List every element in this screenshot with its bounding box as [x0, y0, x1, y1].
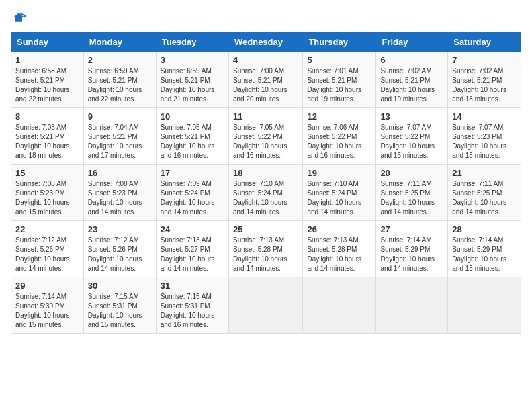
logo — [11, 11, 26, 24]
day-number: 19 — [307, 168, 371, 178]
day-number: 25 — [233, 224, 298, 234]
day-info: Sunrise: 7:08 AM Sunset: 5:23 PM Dayligh… — [15, 179, 79, 217]
calendar-header-friday: Friday — [376, 33, 448, 52]
day-info: Sunrise: 7:05 AM Sunset: 5:21 PM Dayligh… — [161, 123, 224, 161]
calendar-cell: 14Sunrise: 7:07 AM Sunset: 5:23 PM Dayli… — [448, 108, 521, 165]
calendar-cell: 26Sunrise: 7:13 AM Sunset: 5:28 PM Dayli… — [303, 221, 376, 277]
day-info: Sunrise: 7:06 AM Sunset: 5:22 PM Dayligh… — [307, 123, 371, 161]
calendar-cell: 25Sunrise: 7:13 AM Sunset: 5:28 PM Dayli… — [228, 221, 302, 277]
day-info: Sunrise: 7:13 AM Sunset: 5:27 PM Dayligh… — [161, 236, 224, 273]
calendar-cell: 2Sunrise: 6:59 AM Sunset: 5:21 PM Daylig… — [83, 52, 156, 108]
day-number: 1 — [15, 55, 79, 65]
day-number: 31 — [161, 281, 224, 291]
day-number: 20 — [380, 168, 443, 178]
day-info: Sunrise: 7:09 AM Sunset: 5:24 PM Dayligh… — [161, 179, 224, 217]
day-number: 15 — [15, 168, 79, 178]
calendar-cell: 7Sunrise: 7:02 AM Sunset: 5:21 PM Daylig… — [448, 52, 521, 108]
day-number: 6 — [380, 55, 443, 65]
calendar-week-row: 29Sunrise: 7:14 AM Sunset: 5:30 PM Dayli… — [11, 277, 521, 334]
day-number: 13 — [380, 111, 443, 122]
calendar-week-row: 1Sunrise: 6:58 AM Sunset: 5:21 PM Daylig… — [11, 52, 521, 108]
calendar-cell: 8Sunrise: 7:03 AM Sunset: 5:21 PM Daylig… — [11, 108, 84, 165]
day-number: 8 — [15, 111, 79, 122]
day-number: 24 — [161, 224, 224, 234]
day-info: Sunrise: 7:14 AM Sunset: 5:30 PM Dayligh… — [15, 292, 79, 330]
day-number: 26 — [307, 224, 371, 234]
calendar-cell: 20Sunrise: 7:11 AM Sunset: 5:25 PM Dayli… — [376, 165, 448, 221]
day-info: Sunrise: 7:02 AM Sunset: 5:21 PM Dayligh… — [380, 66, 443, 104]
day-info: Sunrise: 7:13 AM Sunset: 5:28 PM Dayligh… — [307, 236, 371, 273]
calendar-header-thursday: Thursday — [303, 33, 376, 52]
calendar-table: SundayMondayTuesdayWednesdayThursdayFrid… — [11, 32, 521, 334]
calendar-cell: 16Sunrise: 7:08 AM Sunset: 5:23 PM Dayli… — [83, 165, 156, 221]
day-info: Sunrise: 7:12 AM Sunset: 5:26 PM Dayligh… — [88, 236, 152, 273]
day-number: 30 — [88, 281, 152, 291]
calendar-cell: 24Sunrise: 7:13 AM Sunset: 5:27 PM Dayli… — [156, 221, 228, 277]
day-info: Sunrise: 7:04 AM Sunset: 5:21 PM Dayligh… — [88, 123, 152, 161]
day-info: Sunrise: 7:02 AM Sunset: 5:21 PM Dayligh… — [452, 66, 517, 104]
calendar-cell: 22Sunrise: 7:12 AM Sunset: 5:26 PM Dayli… — [11, 221, 84, 277]
calendar-cell — [303, 277, 376, 334]
day-info: Sunrise: 7:07 AM Sunset: 5:23 PM Dayligh… — [452, 123, 517, 161]
day-number: 5 — [307, 55, 371, 65]
day-number: 18 — [233, 168, 298, 178]
calendar-cell: 18Sunrise: 7:10 AM Sunset: 5:24 PM Dayli… — [228, 165, 302, 221]
calendar-cell: 19Sunrise: 7:10 AM Sunset: 5:24 PM Dayli… — [303, 165, 376, 221]
calendar-header-saturday: Saturday — [448, 33, 521, 52]
calendar-cell: 28Sunrise: 7:14 AM Sunset: 5:29 PM Dayli… — [448, 221, 521, 277]
calendar-header-row: SundayMondayTuesdayWednesdayThursdayFrid… — [11, 33, 521, 52]
day-info: Sunrise: 7:13 AM Sunset: 5:28 PM Dayligh… — [233, 236, 298, 273]
day-number: 23 — [88, 224, 152, 234]
day-number: 27 — [380, 224, 443, 234]
day-number: 17 — [161, 168, 224, 178]
logo-icon — [12, 11, 26, 24]
day-info: Sunrise: 7:07 AM Sunset: 5:22 PM Dayligh… — [380, 123, 443, 161]
day-number: 11 — [233, 111, 298, 122]
calendar-cell: 13Sunrise: 7:07 AM Sunset: 5:22 PM Dayli… — [376, 108, 448, 165]
calendar-cell: 3Sunrise: 6:59 AM Sunset: 5:21 PM Daylig… — [156, 52, 228, 108]
calendar-cell — [376, 277, 448, 334]
calendar-header-tuesday: Tuesday — [156, 33, 228, 52]
day-number: 4 — [233, 55, 298, 65]
day-number: 28 — [452, 224, 517, 234]
calendar-cell: 10Sunrise: 7:05 AM Sunset: 5:21 PM Dayli… — [156, 108, 228, 165]
header — [11, 11, 521, 24]
calendar-cell — [228, 277, 302, 334]
calendar-header-sunday: Sunday — [11, 33, 84, 52]
day-info: Sunrise: 7:14 AM Sunset: 5:29 PM Dayligh… — [380, 236, 443, 273]
day-info: Sunrise: 6:58 AM Sunset: 5:21 PM Dayligh… — [15, 66, 79, 104]
day-info: Sunrise: 7:12 AM Sunset: 5:26 PM Dayligh… — [15, 236, 79, 273]
calendar-cell: 15Sunrise: 7:08 AM Sunset: 5:23 PM Dayli… — [11, 165, 84, 221]
day-number: 29 — [15, 281, 79, 291]
day-number: 22 — [15, 224, 79, 234]
day-info: Sunrise: 7:08 AM Sunset: 5:23 PM Dayligh… — [88, 179, 152, 217]
calendar-cell: 4Sunrise: 7:00 AM Sunset: 5:21 PM Daylig… — [228, 52, 302, 108]
calendar-week-row: 22Sunrise: 7:12 AM Sunset: 5:26 PM Dayli… — [11, 221, 521, 277]
day-info: Sunrise: 6:59 AM Sunset: 5:21 PM Dayligh… — [88, 66, 152, 104]
day-info: Sunrise: 7:03 AM Sunset: 5:21 PM Dayligh… — [15, 123, 79, 161]
day-number: 16 — [88, 168, 152, 178]
calendar-cell: 6Sunrise: 7:02 AM Sunset: 5:21 PM Daylig… — [376, 52, 448, 108]
day-info: Sunrise: 7:10 AM Sunset: 5:24 PM Dayligh… — [233, 179, 298, 217]
day-number: 12 — [307, 111, 371, 122]
day-number: 7 — [452, 55, 517, 65]
calendar-cell: 27Sunrise: 7:14 AM Sunset: 5:29 PM Dayli… — [376, 221, 448, 277]
day-info: Sunrise: 7:11 AM Sunset: 5:25 PM Dayligh… — [452, 179, 517, 217]
day-number: 14 — [452, 111, 517, 122]
calendar-header-monday: Monday — [83, 33, 156, 52]
day-info: Sunrise: 7:00 AM Sunset: 5:21 PM Dayligh… — [233, 66, 298, 104]
day-number: 2 — [88, 55, 152, 65]
calendar-week-row: 15Sunrise: 7:08 AM Sunset: 5:23 PM Dayli… — [11, 165, 521, 221]
calendar-cell: 9Sunrise: 7:04 AM Sunset: 5:21 PM Daylig… — [83, 108, 156, 165]
day-number: 10 — [161, 111, 224, 122]
day-info: Sunrise: 7:05 AM Sunset: 5:22 PM Dayligh… — [233, 123, 298, 161]
calendar-cell: 21Sunrise: 7:11 AM Sunset: 5:25 PM Dayli… — [448, 165, 521, 221]
calendar-cell — [448, 277, 521, 334]
calendar-cell: 11Sunrise: 7:05 AM Sunset: 5:22 PM Dayli… — [228, 108, 302, 165]
day-number: 9 — [88, 111, 152, 122]
calendar-cell: 31Sunrise: 7:15 AM Sunset: 5:31 PM Dayli… — [156, 277, 228, 334]
calendar-cell: 12Sunrise: 7:06 AM Sunset: 5:22 PM Dayli… — [303, 108, 376, 165]
day-info: Sunrise: 7:10 AM Sunset: 5:24 PM Dayligh… — [307, 179, 371, 217]
calendar-cell: 29Sunrise: 7:14 AM Sunset: 5:30 PM Dayli… — [11, 277, 84, 334]
day-info: Sunrise: 7:15 AM Sunset: 5:31 PM Dayligh… — [88, 292, 152, 330]
